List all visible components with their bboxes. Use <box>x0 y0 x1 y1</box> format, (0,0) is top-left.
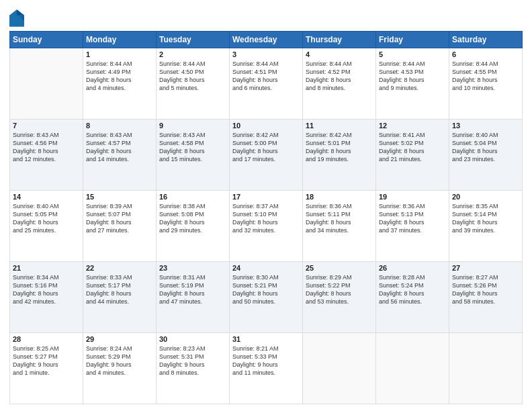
calendar-cell-week3-day5: 18Sunrise: 8:36 AM Sunset: 5:11 PM Dayli… <box>303 191 376 262</box>
day-number: 3 <box>232 50 300 58</box>
day-info: Sunrise: 8:43 AM Sunset: 4:58 PM Dayligh… <box>159 131 226 164</box>
day-number: 31 <box>232 335 300 343</box>
calendar-cell-week4-day4: 24Sunrise: 8:30 AM Sunset: 5:21 PM Dayli… <box>230 262 303 333</box>
calendar-cell-week2-day4: 10Sunrise: 8:42 AM Sunset: 5:00 PM Dayli… <box>230 120 303 191</box>
day-info: Sunrise: 8:44 AM Sunset: 4:55 PM Dayligh… <box>452 60 519 93</box>
day-info: Sunrise: 8:29 AM Sunset: 5:22 PM Dayligh… <box>306 273 373 306</box>
day-info: Sunrise: 8:21 AM Sunset: 5:33 PM Dayligh… <box>232 345 300 377</box>
calendar-week-4: 21Sunrise: 8:34 AM Sunset: 5:16 PM Dayli… <box>10 262 523 333</box>
calendar-cell-week2-day2: 8Sunrise: 8:43 AM Sunset: 4:57 PM Daylig… <box>83 120 157 191</box>
day-info: Sunrise: 8:24 AM Sunset: 5:29 PM Dayligh… <box>86 345 153 377</box>
day-info: Sunrise: 8:39 AM Sunset: 5:07 PM Dayligh… <box>86 202 153 235</box>
day-info: Sunrise: 8:38 AM Sunset: 5:08 PM Dayligh… <box>159 202 226 235</box>
day-number: 17 <box>232 193 300 201</box>
day-info: Sunrise: 8:44 AM Sunset: 4:49 PM Dayligh… <box>86 60 153 93</box>
calendar-cell-week5-day6 <box>376 333 449 404</box>
day-number: 24 <box>232 264 300 272</box>
header-thursday: Thursday <box>303 32 376 48</box>
day-number: 22 <box>86 264 153 272</box>
calendar-cell-week5-day4: 31Sunrise: 8:21 AM Sunset: 5:33 PM Dayli… <box>230 333 303 404</box>
calendar-week-3: 14Sunrise: 8:40 AM Sunset: 5:05 PM Dayli… <box>10 191 523 262</box>
day-info: Sunrise: 8:42 AM Sunset: 5:01 PM Dayligh… <box>306 131 373 164</box>
day-number: 23 <box>159 264 226 272</box>
header-monday: Monday <box>83 32 157 48</box>
calendar-week-5: 28Sunrise: 8:25 AM Sunset: 5:27 PM Dayli… <box>10 333 523 404</box>
day-info: Sunrise: 8:37 AM Sunset: 5:10 PM Dayligh… <box>232 202 300 235</box>
logo <box>9 9 26 27</box>
day-number: 15 <box>86 193 153 201</box>
day-number: 13 <box>452 122 519 130</box>
calendar-cell-week5-day1: 28Sunrise: 8:25 AM Sunset: 5:27 PM Dayli… <box>10 333 83 404</box>
day-info: Sunrise: 8:33 AM Sunset: 5:17 PM Dayligh… <box>86 273 153 306</box>
day-info: Sunrise: 8:36 AM Sunset: 5:11 PM Dayligh… <box>306 202 373 235</box>
calendar-cell-week2-day1: 7Sunrise: 8:43 AM Sunset: 4:56 PM Daylig… <box>10 120 83 191</box>
calendar-cell-week3-day4: 17Sunrise: 8:37 AM Sunset: 5:10 PM Dayli… <box>230 191 303 262</box>
svg-marker-1 <box>17 9 24 15</box>
calendar-cell-week4-day3: 23Sunrise: 8:31 AM Sunset: 5:19 PM Dayli… <box>157 262 230 333</box>
calendar-cell-week3-day7: 20Sunrise: 8:35 AM Sunset: 5:14 PM Dayli… <box>449 191 523 262</box>
day-info: Sunrise: 8:40 AM Sunset: 5:05 PM Dayligh… <box>13 202 80 235</box>
day-number: 29 <box>86 335 153 343</box>
day-number: 1 <box>86 50 153 58</box>
calendar-week-2: 7Sunrise: 8:43 AM Sunset: 4:56 PM Daylig… <box>10 120 523 191</box>
header-tuesday: Tuesday <box>157 32 230 48</box>
calendar-cell-week1-day1 <box>10 48 83 120</box>
day-info: Sunrise: 8:42 AM Sunset: 5:00 PM Dayligh… <box>232 131 300 164</box>
day-number: 25 <box>306 264 373 272</box>
page: SundayMondayTuesdayWednesdayThursdayFrid… <box>0 0 532 411</box>
day-number: 19 <box>379 193 446 201</box>
day-number: 10 <box>232 122 300 130</box>
day-info: Sunrise: 8:41 AM Sunset: 5:02 PM Dayligh… <box>379 131 446 164</box>
header-friday: Friday <box>376 32 449 48</box>
day-number: 27 <box>452 264 519 272</box>
calendar-cell-week5-day7 <box>449 333 523 404</box>
day-number: 16 <box>159 193 226 201</box>
day-info: Sunrise: 8:31 AM Sunset: 5:19 PM Dayligh… <box>159 273 226 306</box>
calendar-cell-week5-day3: 30Sunrise: 8:23 AM Sunset: 5:31 PM Dayli… <box>157 333 230 404</box>
calendar-cell-week1-day2: 1Sunrise: 8:44 AM Sunset: 4:49 PM Daylig… <box>83 48 157 120</box>
day-info: Sunrise: 8:44 AM Sunset: 4:51 PM Dayligh… <box>232 60 300 93</box>
calendar-cell-week5-day5 <box>303 333 376 404</box>
day-info: Sunrise: 8:25 AM Sunset: 5:27 PM Dayligh… <box>13 345 80 377</box>
day-info: Sunrise: 8:27 AM Sunset: 5:26 PM Dayligh… <box>452 273 519 306</box>
day-info: Sunrise: 8:28 AM Sunset: 5:24 PM Dayligh… <box>379 273 446 306</box>
calendar-cell-week3-day1: 14Sunrise: 8:40 AM Sunset: 5:05 PM Dayli… <box>10 191 83 262</box>
header-wednesday: Wednesday <box>230 32 303 48</box>
day-number: 20 <box>452 193 519 201</box>
day-number: 18 <box>306 193 373 201</box>
calendar-header-row: SundayMondayTuesdayWednesdayThursdayFrid… <box>10 32 523 48</box>
day-info: Sunrise: 8:40 AM Sunset: 5:04 PM Dayligh… <box>452 131 519 164</box>
header-sunday: Sunday <box>10 32 83 48</box>
calendar-cell-week4-day2: 22Sunrise: 8:33 AM Sunset: 5:17 PM Dayli… <box>83 262 157 333</box>
calendar-table: SundayMondayTuesdayWednesdayThursdayFrid… <box>9 31 523 404</box>
day-number: 5 <box>379 50 446 58</box>
day-info: Sunrise: 8:23 AM Sunset: 5:31 PM Dayligh… <box>159 345 226 377</box>
day-info: Sunrise: 8:43 AM Sunset: 4:57 PM Dayligh… <box>86 131 153 164</box>
day-number: 28 <box>13 335 80 343</box>
calendar-week-1: 1Sunrise: 8:44 AM Sunset: 4:49 PM Daylig… <box>10 48 523 120</box>
calendar-cell-week2-day7: 13Sunrise: 8:40 AM Sunset: 5:04 PM Dayli… <box>449 120 523 191</box>
day-number: 7 <box>13 122 80 130</box>
calendar-cell-week3-day2: 15Sunrise: 8:39 AM Sunset: 5:07 PM Dayli… <box>83 191 157 262</box>
calendar-cell-week2-day5: 11Sunrise: 8:42 AM Sunset: 5:01 PM Dayli… <box>303 120 376 191</box>
day-number: 2 <box>159 50 226 58</box>
calendar-cell-week1-day6: 5Sunrise: 8:44 AM Sunset: 4:53 PM Daylig… <box>376 48 449 120</box>
calendar-cell-week4-day6: 26Sunrise: 8:28 AM Sunset: 5:24 PM Dayli… <box>376 262 449 333</box>
calendar-cell-week4-day7: 27Sunrise: 8:27 AM Sunset: 5:26 PM Dayli… <box>449 262 523 333</box>
calendar-cell-week1-day3: 2Sunrise: 8:44 AM Sunset: 4:50 PM Daylig… <box>157 48 230 120</box>
calendar-cell-week2-day6: 12Sunrise: 8:41 AM Sunset: 5:02 PM Dayli… <box>376 120 449 191</box>
header-saturday: Saturday <box>449 32 523 48</box>
day-info: Sunrise: 8:44 AM Sunset: 4:50 PM Dayligh… <box>159 60 226 93</box>
day-number: 8 <box>86 122 153 130</box>
day-number: 4 <box>306 50 373 58</box>
day-info: Sunrise: 8:30 AM Sunset: 5:21 PM Dayligh… <box>232 273 300 306</box>
day-number: 9 <box>159 122 226 130</box>
day-info: Sunrise: 8:44 AM Sunset: 4:52 PM Dayligh… <box>306 60 373 93</box>
day-info: Sunrise: 8:34 AM Sunset: 5:16 PM Dayligh… <box>13 273 80 306</box>
day-number: 26 <box>379 264 446 272</box>
calendar-cell-week1-day7: 6Sunrise: 8:44 AM Sunset: 4:55 PM Daylig… <box>449 48 523 120</box>
header <box>9 7 523 27</box>
day-info: Sunrise: 8:44 AM Sunset: 4:53 PM Dayligh… <box>379 60 446 93</box>
calendar-cell-week4-day5: 25Sunrise: 8:29 AM Sunset: 5:22 PM Dayli… <box>303 262 376 333</box>
calendar-cell-week3-day3: 16Sunrise: 8:38 AM Sunset: 5:08 PM Dayli… <box>157 191 230 262</box>
